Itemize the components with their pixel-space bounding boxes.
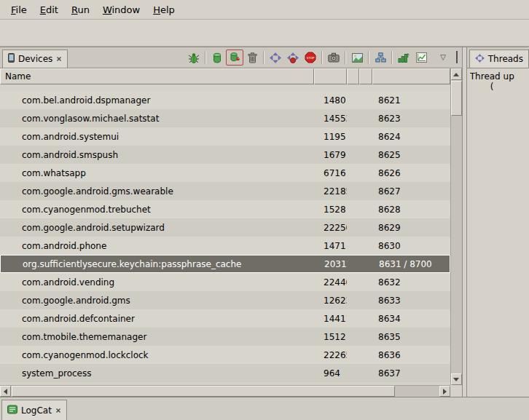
table-row[interactable]: com.android.systemui 1195 8624 [0, 127, 450, 146]
stop-icon[interactable]: STOP [302, 49, 319, 66]
table-row[interactable]: com.android.vending 22440 8632 [0, 273, 450, 291]
view-menu-icon[interactable]: ▽ [440, 54, 446, 61]
table-row[interactable]: com.bel.android.dspmanager 1480 8621 [0, 91, 450, 109]
device-process-list: com.bel.android.dspmanager 1480 8621 com… [0, 84, 450, 385]
scroll-right-icon[interactable] [439, 386, 450, 397]
devices-table: Name com.bel.android.dspmanager 1480 862… [0, 68, 462, 397]
table-row[interactable]: com.android.smspush 1679 8625 [0, 146, 450, 164]
update-threads-icon[interactable] [267, 49, 284, 66]
logcat-bar: LogCat [0, 397, 529, 420]
process-pid: 22185 [314, 186, 347, 197]
hierarchy-icon[interactable] [372, 49, 389, 66]
table-header: Name [0, 68, 450, 84]
process-port: 8633 [372, 296, 450, 306]
debug-icon[interactable] [185, 49, 203, 66]
table-row[interactable]: com.cyanogenmod.trebuchet 1528 8628 [0, 200, 450, 218]
logcat-tab-label: LogCat [21, 405, 52, 416]
trace-icon[interactable] [395, 49, 412, 66]
vertical-scroll-thumb[interactable] [451, 81, 462, 116]
table-row[interactable]: com.android.defcontainer 14411 8634 [0, 309, 450, 328]
process-name: com.android.systemui [0, 132, 314, 142]
horizontal-scroll-thumb[interactable] [12, 386, 395, 397]
table-row[interactable]: com.android.phone 1471 8630 [0, 237, 450, 255]
update-heap-icon[interactable] [208, 49, 226, 66]
table-row[interactable]: com.tmobile.thememanager 1512 8635 [0, 328, 450, 346]
menu-help[interactable]: Help [146, 2, 181, 17]
close-icon[interactable] [55, 405, 61, 416]
table-row[interactable]: com.whatsapp 6716 8626 [0, 164, 450, 182]
toolbar-separator [205, 51, 206, 64]
toolbar-separator [263, 51, 264, 64]
column-header-name[interactable]: Name [0, 68, 314, 84]
process-port: 8629 [372, 223, 450, 233]
process-name: com.android.phone [0, 241, 314, 251]
process-port: 8632 [372, 277, 450, 288]
process-pid: 1679 [314, 150, 347, 160]
process-port: 8630 [372, 241, 450, 251]
report-icon[interactable] [348, 49, 366, 66]
method-profiling-icon[interactable] [284, 49, 302, 66]
toolbar-separator [345, 51, 346, 64]
threads-tabbar: Threads [467, 47, 529, 68]
graph-icon[interactable] [412, 49, 430, 66]
menu-file[interactable]: File [4, 2, 34, 17]
process-pid: 6716 [314, 168, 347, 178]
menu-edit[interactable]: Edit [34, 2, 65, 17]
devices-view: Devices [0, 47, 463, 397]
table-row[interactable]: system_process 964 8637 [0, 364, 450, 382]
table-row[interactable]: com.cyanogenmod.lockclock 22265 8636 [0, 346, 450, 364]
menu-window[interactable]: Window [96, 2, 146, 17]
process-name: system_process [0, 368, 314, 379]
top-toolbar [0, 19, 529, 47]
scroll-left-icon[interactable] [0, 386, 11, 397]
view-window-controls: ▽ [440, 52, 460, 63]
process-port: 8637 [372, 368, 450, 379]
process-port: 8636 [372, 350, 450, 360]
table-row[interactable]: com.google.android.gms 12623 8633 [0, 291, 450, 309]
process-name: com.cyanogenmod.trebuchet [0, 205, 314, 215]
process-name: com.bel.android.dspmanager [0, 95, 314, 106]
vertical-scrollbar[interactable] [450, 68, 462, 385]
devices-tabbar: Devices [0, 47, 462, 68]
process-name: com.google.android.setupwizard [0, 223, 314, 233]
screen-capture-icon[interactable] [325, 49, 342, 66]
tab-devices[interactable]: Devices [2, 49, 68, 68]
menu-run[interactable]: Run [65, 2, 96, 17]
column-header-port[interactable] [372, 68, 450, 84]
process-name: com.google.android.gms [0, 296, 314, 306]
table-row[interactable]: com.vonglasow.michael.satstat 14553 8623 [0, 109, 450, 127]
cause-gc-icon[interactable] [243, 49, 261, 66]
process-port: 8628 [372, 205, 450, 215]
process-pid: 12623 [314, 296, 347, 306]
process-pid: 22250 [314, 223, 347, 233]
process-port: 8635 [372, 332, 450, 342]
logcat-tab-icon [7, 405, 17, 416]
table-row[interactable]: org.sufficientlysecure.keychain:passphra… [0, 255, 450, 273]
column-header-c4[interactable] [359, 68, 372, 84]
devices-tab-label: Devices [18, 54, 52, 64]
table-row[interactable]: com.google.android.gms.wearable 22185 86… [0, 182, 450, 200]
table-row[interactable]: com.google.android.setupwizard 22250 862… [0, 218, 450, 237]
threads-tab-icon [475, 54, 485, 65]
process-name: com.google.android.gms.wearable [0, 186, 314, 197]
column-header-pid[interactable] [314, 68, 347, 84]
devices-toolbar: STOP [185, 47, 462, 68]
process-pid: 964 [314, 368, 347, 379]
tab-threads[interactable]: Threads [469, 49, 529, 68]
dump-hprof-icon[interactable] [226, 49, 243, 66]
threads-message-line2: ( [470, 82, 526, 92]
process-pid: 22265 [314, 350, 347, 360]
close-icon[interactable] [56, 54, 62, 64]
process-pid: 1480 [314, 95, 347, 106]
process-name: com.cyanogenmod.lockclock [0, 350, 314, 360]
column-header-c3[interactable] [347, 68, 359, 84]
main-area: Devices [0, 47, 529, 397]
horizontal-scrollbar[interactable] [0, 385, 450, 397]
device-tab-icon [8, 53, 15, 65]
scroll-up-icon[interactable] [451, 68, 462, 80]
maximize-icon[interactable] [456, 52, 458, 63]
process-name: com.tmobile.thememanager [0, 332, 314, 342]
threads-message-line1: Thread up [470, 71, 526, 82]
tab-logcat[interactable]: LogCat [1, 400, 67, 420]
scroll-down-icon[interactable] [451, 373, 462, 385]
